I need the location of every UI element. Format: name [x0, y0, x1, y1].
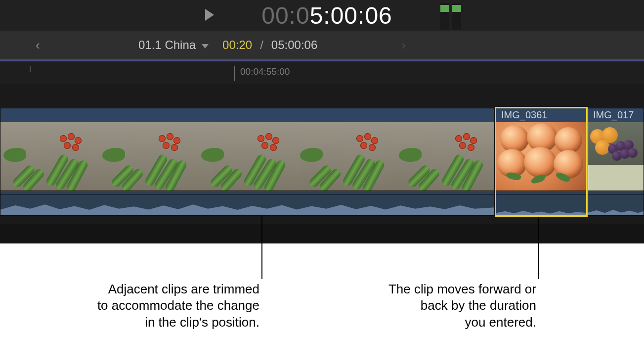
elapsed-time: 00:20 — [222, 38, 252, 52]
ruler-tick — [30, 66, 31, 72]
timecode-bar: 00:05:00:06 — [0, 0, 644, 31]
nav-back-button[interactable]: ‹ — [30, 34, 46, 57]
timeline-clip-selected[interactable]: IMG_0361 — [496, 108, 587, 216]
audio-meters — [440, 3, 461, 30]
clip-thumbnail — [588, 122, 644, 191]
project-nav-bar: ‹ 01.1 China 00:20 / 05:00:06 › — [0, 31, 644, 59]
clip-thumbnail — [496, 122, 586, 191]
timeline-ruler[interactable]: 00:04:55:00 — [0, 59, 644, 84]
timecode-bright: 5:00:06 — [310, 2, 392, 29]
callout-line-right — [538, 215, 539, 279]
clip-audio-waveform — [496, 191, 586, 216]
clip-thumbnail — [198, 122, 297, 191]
ruler-label: 00:04:55:00 — [240, 66, 290, 77]
audio-meter-right — [452, 3, 461, 30]
audio-meter-left — [440, 3, 449, 30]
track-spacer — [0, 84, 644, 108]
callout-line-left — [261, 215, 262, 279]
clip-thumbnail — [0, 122, 99, 191]
clip-thumbnail — [99, 122, 198, 191]
timeline-clip-next[interactable]: IMG_017 — [588, 108, 644, 216]
chevron-down-icon — [202, 44, 209, 48]
nav-forward-button: › — [395, 34, 412, 57]
annotations: Adjacent clips are trimmed to accommodat… — [0, 243, 644, 337]
project-title-dropdown[interactable]: 01.1 China 00:20 / 05:00:06 — [138, 38, 317, 52]
callout-text-right: The clip moves forward or back by the du… — [356, 281, 536, 331]
timecode-display[interactable]: 00:05:00:06 — [261, 2, 392, 29]
clip-audio-waveform — [0, 191, 494, 216]
track-footer — [0, 224, 644, 243]
timeline-clip-adjacent[interactable] — [0, 108, 495, 216]
clip-label-bar — [0, 108, 494, 122]
clip-audio-waveform — [588, 191, 644, 216]
total-duration: 05:00:06 — [271, 38, 317, 52]
clip-filmstrip — [496, 122, 586, 191]
callout-text-left: Adjacent clips are trimmed to accommodat… — [74, 281, 259, 331]
clip-thumbnail — [297, 122, 396, 191]
play-icon[interactable] — [205, 9, 214, 21]
primary-storyline[interactable]: IMG_0361 — [0, 108, 644, 224]
clip-filmstrip — [588, 122, 644, 191]
project-name: 01.1 China — [138, 38, 196, 52]
timecode-dim: 00:0 — [261, 2, 309, 29]
clip-filmstrip — [0, 122, 494, 191]
clip-thumbnail — [396, 122, 495, 191]
clip-label: IMG_017 — [588, 108, 644, 122]
time-separator: / — [260, 38, 263, 52]
video-editor-timeline: 00:05:00:06 ‹ 01.1 China 00:20 / 05:00:0… — [0, 0, 644, 337]
clip-label: IMG_0361 — [496, 108, 586, 122]
ruler-tick-major: 00:04:55:00 — [234, 66, 290, 80]
